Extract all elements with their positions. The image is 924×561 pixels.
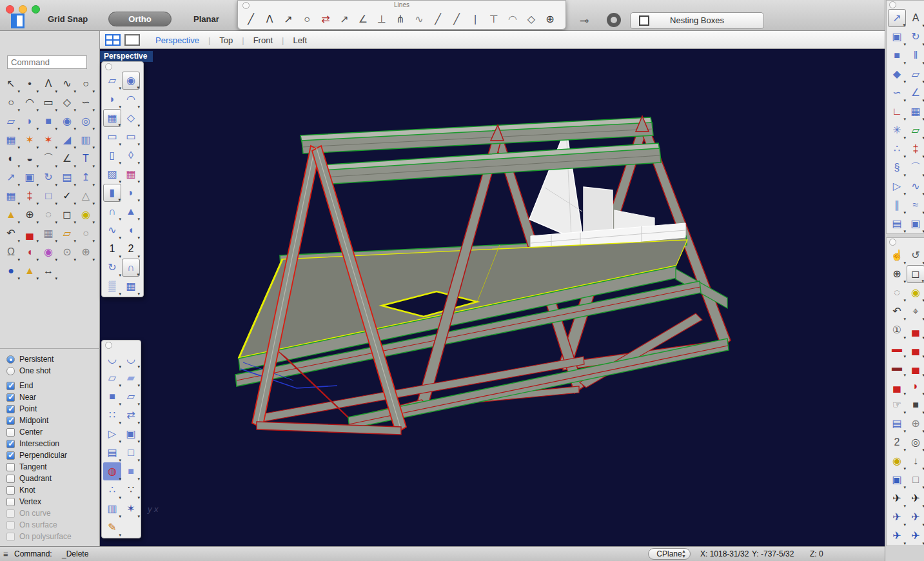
- layout-shapes-icon[interactable]: ▱: [58, 224, 76, 242]
- ellipse-icon[interactable]: ○: [2, 94, 20, 112]
- checkbox-icon[interactable]: [6, 451, 15, 460]
- blob-icon[interactable]: ◉: [122, 72, 140, 90]
- osnap-knot[interactable]: Knot: [6, 484, 100, 496]
- move-icon[interactable]: ↗: [888, 9, 906, 27]
- twist-icon[interactable]: §: [888, 159, 906, 177]
- osnap-vertex[interactable]: Vertex: [6, 496, 100, 507]
- tab-front[interactable]: Front: [244, 35, 282, 45]
- cutplane-icon[interactable]: ▨: [103, 165, 121, 183]
- viewport-canvas[interactable]: [100, 49, 885, 546]
- line-segment-mid-icon[interactable]: ╱: [447, 10, 466, 28]
- rotate-plane-icon[interactable]: ↻: [907, 28, 924, 46]
- checkbox-icon[interactable]: [6, 475, 15, 483]
- target-icon[interactable]: ◎: [907, 433, 924, 451]
- cube-blue-icon[interactable]: ■: [122, 462, 140, 480]
- target-yellow-icon[interactable]: ◉: [888, 452, 906, 470]
- plane-top-icon[interactable]: ✈: [888, 489, 906, 507]
- point-create-icon[interactable]: •: [21, 75, 39, 93]
- torus-half-2-icon[interactable]: ◡: [122, 350, 140, 368]
- distribute-icon[interactable]: ∴: [888, 140, 906, 158]
- dimension-icon[interactable]: ↔: [39, 262, 57, 280]
- palette-close-icon[interactable]: [889, 1, 896, 8]
- command-prompt-value[interactable]: _Delete: [62, 549, 88, 558]
- tab-perspective[interactable]: Perspective: [146, 35, 208, 45]
- plane-a-icon[interactable]: ▱: [103, 369, 121, 387]
- pan-hand-icon[interactable]: ☝: [888, 246, 906, 264]
- nesting-boxes-button[interactable]: Nesting Boxes: [630, 12, 764, 29]
- command-input[interactable]: [7, 55, 87, 69]
- grid-snap-toggle[interactable]: Grid Snap: [48, 14, 88, 24]
- move-icon[interactable]: ↗: [2, 168, 20, 186]
- osnap-perpendicular[interactable]: Perpendicular: [6, 449, 100, 461]
- save-view-icon[interactable]: ▤: [888, 415, 906, 433]
- copy-icon[interactable]: ▣: [21, 168, 39, 186]
- uv-surface-icon[interactable]: ▥: [103, 500, 121, 518]
- patch-icon[interactable]: ▦: [103, 109, 121, 127]
- checkbox-icon[interactable]: [6, 382, 15, 390]
- tangent-lines-icon[interactable]: ⇄: [317, 10, 335, 28]
- closed-polyline-icon[interactable]: ◇: [522, 10, 540, 28]
- rotate-view-icon[interactable]: ↺: [907, 246, 924, 264]
- checkbox-icon[interactable]: [6, 405, 15, 413]
- plane-corner-icon[interactable]: ▭: [103, 128, 121, 146]
- zoom-window-icon[interactable]: ◌: [888, 284, 906, 302]
- osnap-near[interactable]: Near: [6, 391, 100, 403]
- seaplane-icon[interactable]: ✈: [888, 527, 906, 545]
- array-linear-icon[interactable]: ‡: [21, 187, 39, 205]
- checkbox-icon[interactable]: [6, 428, 15, 437]
- fillet-icon[interactable]: ⌒: [39, 150, 57, 168]
- donut-icon[interactable]: [607, 13, 621, 27]
- car-side-icon[interactable]: ▬: [888, 359, 906, 377]
- checkbox-icon[interactable]: [6, 417, 15, 425]
- freeform-curve-icon[interactable]: ∽: [77, 94, 95, 112]
- zoom-selected-icon[interactable]: ◉: [907, 284, 924, 302]
- osnap-intersection[interactable]: Intersection: [6, 438, 100, 449]
- bend-arc-icon[interactable]: ⌒: [907, 159, 924, 177]
- heightfield-icon[interactable]: ▒: [103, 277, 121, 295]
- car-front-icon[interactable]: ▄: [21, 224, 39, 242]
- shear-plane-icon[interactable]: ▱: [907, 121, 924, 139]
- car-top-icon[interactable]: ▬: [888, 340, 906, 358]
- zoom-plus-icon[interactable]: ⊕: [888, 265, 906, 283]
- undo-view-icon[interactable]: ↶: [888, 302, 906, 320]
- zoom-window-icon[interactable]: ◌: [39, 206, 57, 224]
- ripple-icon[interactable]: ≈: [907, 196, 924, 214]
- extrude-tapered-icon[interactable]: ∩: [103, 202, 121, 221]
- extrude-up-icon[interactable]: ↥: [77, 168, 95, 186]
- checkbox-icon[interactable]: [6, 463, 15, 471]
- zoom-selected-icon[interactable]: ◉: [77, 206, 95, 224]
- array-pipe-icon[interactable]: ‡: [907, 140, 924, 158]
- set-cplane-icon[interactable]: ↓: [907, 452, 924, 470]
- surface-handle-icon[interactable]: □: [122, 444, 140, 462]
- shear-icon[interactable]: ∥: [888, 196, 906, 214]
- close-window-button[interactable]: [6, 5, 14, 14]
- zoom-window-button[interactable]: [32, 5, 40, 14]
- plane-rotated-icon[interactable]: ◊: [122, 146, 140, 164]
- fan-srf-icon[interactable]: ◗: [103, 90, 121, 108]
- box-move-icon[interactable]: ■: [888, 46, 906, 64]
- pointer-icon[interactable]: ↖: [2, 75, 20, 93]
- two-spheres-icon[interactable]: 2: [888, 433, 906, 451]
- rail-revolve-2-icon[interactable]: 2: [122, 240, 140, 258]
- car-rear-icon[interactable]: ▄: [907, 340, 924, 358]
- osnap-mode-one-shot[interactable]: One shot: [6, 365, 100, 377]
- cone-srf-icon[interactable]: ▲: [122, 202, 140, 221]
- explode-puzzle-icon[interactable]: ✶: [21, 131, 39, 149]
- cplane-axes-icon[interactable]: ∟: [888, 103, 906, 121]
- line-bundle-icon[interactable]: ⋔: [391, 10, 409, 28]
- osnap-end[interactable]: End: [6, 380, 100, 391]
- perspective-viewport[interactable]: Perspective y x ▱◉◗◠▦◇▭▭▯◊▨▦▮◗∩▲∿◖12↻∩▒▦…: [100, 49, 885, 546]
- torus-half-icon[interactable]: ◡: [103, 350, 121, 368]
- tangent-circle-icon[interactable]: ○: [298, 10, 316, 28]
- lamp-icon[interactable]: ○: [77, 224, 95, 242]
- zoom-extents-icon[interactable]: ◻: [907, 265, 924, 283]
- text-icon[interactable]: T: [77, 150, 95, 168]
- osnap-mode-persistent[interactable]: Persistent: [6, 353, 100, 365]
- minimize-window-button[interactable]: [19, 5, 27, 14]
- tab-left[interactable]: Left: [284, 35, 316, 45]
- sphere-wire-icon[interactable]: ⊕: [77, 243, 95, 261]
- arc-dashed-icon[interactable]: ◠: [504, 10, 522, 28]
- radio-icon[interactable]: [6, 355, 15, 364]
- mesh-points-icon[interactable]: ∴: [103, 481, 121, 499]
- car-front-2-icon[interactable]: ▄: [888, 377, 906, 395]
